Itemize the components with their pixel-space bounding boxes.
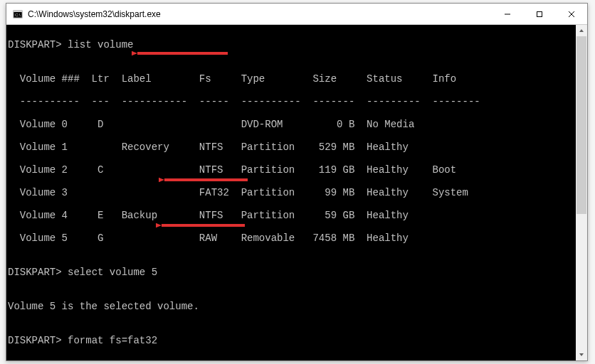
table-row: Volume 3 FAT32 Partition 99 MB Healthy S…	[6, 187, 587, 198]
minimize-button[interactable]	[491, 4, 523, 24]
vertical-scrollbar[interactable]	[576, 25, 587, 360]
window-controls	[491, 4, 587, 24]
scrollbar-thumb[interactable]	[576, 36, 586, 214]
command-1: list volume	[68, 39, 133, 50]
table-row: Volume 5 G RAW Removable 7458 MB Healthy	[6, 232, 587, 244]
prompt: DISKPART>	[8, 267, 62, 278]
scroll-down-button[interactable]	[576, 349, 587, 360]
svg-text:C:\: C:\	[15, 13, 21, 17]
prompt: DISKPART>	[8, 39, 62, 50]
close-button[interactable]	[555, 4, 587, 24]
window-title: C:\Windows\system32\diskpart.exe	[28, 9, 491, 19]
response-text: Volume 5 is the selected volume.	[6, 301, 587, 312]
table-divider: ---------- --- ----------- ----- -------…	[6, 96, 587, 107]
svg-rect-4	[537, 11, 542, 16]
scroll-up-button[interactable]	[576, 25, 587, 36]
command-3: format fs=fat32	[68, 335, 157, 346]
svg-rect-1	[14, 11, 22, 12]
table-row: Volume 0 D DVD-ROM 0 B No Media	[6, 119, 587, 130]
prompt: DISKPART>	[8, 335, 62, 346]
terminal-output[interactable]: DISKPART> list volume Volume ### Ltr Lab…	[6, 25, 587, 364]
table-row: Volume 1 Recovery NTFS Partition 529 MB …	[6, 141, 587, 153]
arrow-annotation-icon	[159, 150, 251, 210]
maximize-button[interactable]	[523, 4, 555, 24]
scrollbar-track[interactable]	[576, 36, 587, 349]
table-row: Volume 2 C NTFS Partition 119 GB Healthy…	[6, 164, 587, 176]
arrow-annotation-icon	[156, 196, 248, 255]
app-window: C:\ C:\Windows\system32\diskpart.exe DIS…	[6, 3, 588, 361]
table-header: Volume ### Ltr Label Fs Type Size Status…	[6, 73, 587, 85]
titlebar[interactable]: C:\ C:\Windows\system32\diskpart.exe	[6, 4, 587, 25]
command-2: select volume 5	[68, 267, 157, 278]
app-icon: C:\	[12, 9, 23, 20]
table-row: Volume 4 E Backup NTFS Partition 59 GB H…	[6, 210, 587, 221]
